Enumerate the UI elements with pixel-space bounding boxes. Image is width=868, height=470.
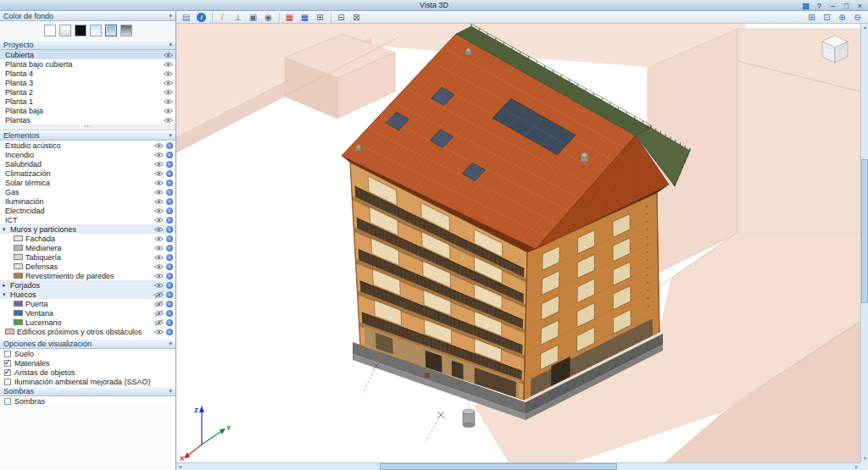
layer-style-icon[interactable]: x [166,170,173,177]
group-row-muros-y-particiones[interactable]: ▾Muros y particionesx [0,224,175,234]
layer-style-icon[interactable]: x [166,291,173,298]
layer-style-icon[interactable]: x [166,310,173,317]
checkbox-sombras[interactable] [4,398,11,405]
chevron-right-icon[interactable]: ▸ [3,282,10,289]
scroll-up-icon[interactable]: ▲ [861,24,868,31]
eye-icon[interactable] [164,108,173,114]
color-swatch[interactable] [14,245,23,251]
item-row-salubridad[interactable]: Salubridadx [0,159,175,169]
layer-style-icon[interactable]: x [166,142,173,149]
option-row-sombras[interactable]: Sombras [0,396,175,406]
bg-swatch-white-gray-gradient[interactable] [59,25,71,36]
views-icon[interactable]: ▤ [179,12,193,23]
item-row-incendio[interactable]: Incendiox [0,150,175,159]
horizontal-scrollbar[interactable]: ◄ ► [176,462,860,470]
scene-3d[interactable]: ZYX [176,24,860,462]
item-row-revestimiento-de-paredes[interactable]: Revestimiento de paredesx [0,271,175,280]
layer-style-icon[interactable]: x [166,189,173,196]
item-row-tabiquer-a[interactable]: Tabiqueríax [0,252,175,262]
eye-icon[interactable] [154,273,164,279]
eye-icon[interactable] [154,226,164,233]
layer-style-icon[interactable]: x [166,217,173,224]
navigation-cube[interactable] [822,36,848,63]
group-row-huecos[interactable]: ▾Huecosx [0,290,175,299]
section-header-display-options[interactable]: Opciones de visualización ▾ [0,339,175,349]
option-row-suelo[interactable]: Suelo [0,349,175,358]
layer-style-icon[interactable]: x [166,263,173,270]
color-swatch[interactable] [14,263,23,269]
zoom-out-icon[interactable]: ⊖ [850,12,865,23]
section-header-background-color[interactable]: Color de fondo ▾ [0,11,175,21]
bg-swatch-white[interactable] [44,25,56,36]
section-header-shadows[interactable]: Sombras ▾ [0,386,175,396]
item-row-puerta[interactable]: Puertax [0,299,175,308]
scroll-right-icon[interactable]: ► [853,463,860,470]
eye-icon[interactable] [154,189,164,196]
item-row-plantas[interactable]: Plantas [0,115,175,124]
item-row-fachada[interactable]: Fachadax [0,234,175,243]
layer-style-icon[interactable]: x [166,319,173,326]
eye-icon[interactable] [164,70,173,77]
vertical-scrollbar[interactable]: ▲ ▼ [860,24,868,462]
zoom-extents-icon[interactable]: ⊡ [820,12,834,23]
layer-style-icon[interactable]: x [166,273,173,279]
visibility-icon[interactable]: ◉ [261,12,275,23]
eye-icon[interactable] [154,152,164,158]
item-row-electricidad[interactable]: Electricidadx [0,206,175,215]
checkbox-aristas-de-objetos[interactable] [4,369,11,376]
pencil-icon[interactable]: / [215,12,230,23]
section-header-elements[interactable]: Elementos ▾ [0,130,175,141]
item-row-planta-baja[interactable]: Planta baja [0,106,175,115]
color-swatch[interactable] [14,319,23,325]
eye-icon[interactable] [154,207,164,214]
export-icon[interactable]: ⊠ [349,12,364,23]
eye-icon[interactable] [154,235,164,242]
item-row-defensas[interactable]: Defensasx [0,262,175,271]
layer-style-icon[interactable]: x [166,198,173,205]
layer-style-icon[interactable]: x [166,152,173,158]
item-row-planta-1[interactable]: Planta 1 [0,97,175,106]
dimension-icon[interactable]: ⊥ [231,12,245,23]
item-row-lucernario[interactable]: Lucernariox [0,318,175,327]
item-row-planta-2[interactable]: Planta 2 [0,87,175,97]
color-swatch[interactable] [14,310,23,316]
color-swatch[interactable] [14,273,23,279]
eye-icon[interactable] [154,263,164,270]
eye-icon[interactable] [164,52,173,58]
item-row-edificios-pr-ximos-y-otros-obst-[interactable]: Edificios próximos y otros obstáculosx [0,327,175,336]
eye-icon[interactable] [164,61,173,68]
eye-icon[interactable] [154,217,164,224]
item-row-ict[interactable]: ICTx [0,215,175,224]
layer-style-icon[interactable]: x [166,161,173,168]
option-row-iluminaci-n-ambiental-mejorada-s[interactable]: Iluminación ambiental mejorada (SSAO) [0,377,175,386]
item-row-medianera[interactable]: Medianerax [0,243,175,252]
bg-swatch-blue-gray-gradient[interactable] [105,25,117,36]
vertical-scroll-thumb[interactable] [861,159,868,303]
eye-off-icon[interactable] [154,310,164,317]
printer-icon[interactable]: ⊟ [334,12,348,23]
eye-icon[interactable] [154,245,164,252]
layer-style-icon[interactable]: x [166,329,173,335]
layer-style-icon[interactable]: x [166,254,173,261]
checkbox-materiales[interactable] [4,360,11,367]
eye-icon[interactable] [154,170,164,177]
item-row-estudio-ac-stico[interactable]: Estudio acústicox [0,141,175,150]
eye-icon[interactable] [164,117,173,124]
item-row-gas[interactable]: Gasx [0,187,175,196]
option-row-aristas-de-objetos[interactable]: Aristas de objetos [0,368,175,377]
bg-swatch-gray-gradient[interactable] [120,25,132,36]
option-row-materiales[interactable]: Materiales [0,358,175,368]
group-row-forjados[interactable]: ▸Forjadosx [0,280,175,290]
item-row-planta-4[interactable]: Planta 4 [0,69,175,78]
color-swatch[interactable] [14,301,23,307]
table-blue-icon[interactable]: ▦ [298,12,312,23]
minimize-button[interactable]: – [826,1,839,10]
chevron-down-icon[interactable]: ▾ [3,226,10,233]
checkbox-iluminaci-n-ambiental-mejorada-s[interactable] [4,379,11,385]
eye-icon[interactable] [154,142,164,149]
eye-off-icon[interactable] [154,301,164,307]
layer-style-icon[interactable]: x [166,245,173,252]
eye-icon[interactable] [154,282,164,289]
eye-icon[interactable] [154,161,164,168]
color-swatch[interactable] [14,254,23,260]
